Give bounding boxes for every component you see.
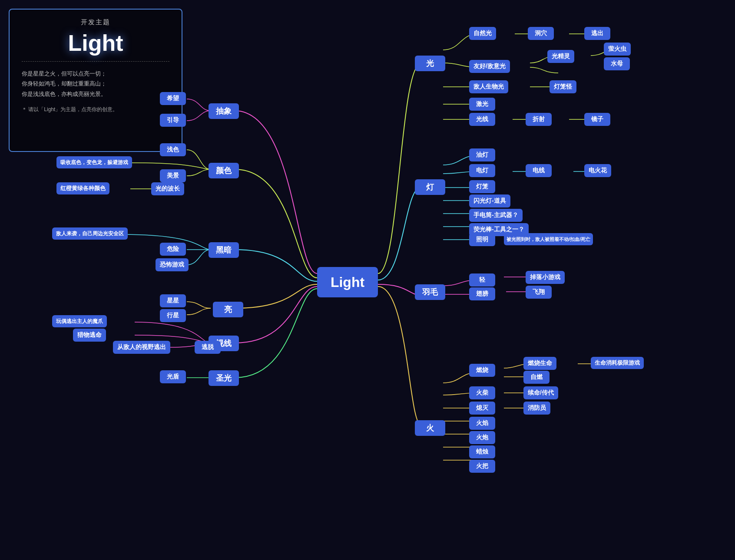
node-hongcheng[interactable]: 红橙黄绿各种颜色 [56,182,109,194]
node-xiwang[interactable]: 希望 [160,92,186,105]
node-guangdebochang[interactable]: 光的波长 [151,182,184,195]
node-youhao[interactable]: 友好/敌意光 [469,60,510,73]
node-chipeng[interactable]: 翅膀 [469,287,495,300]
node-shenmingjihao[interactable]: 生命消耗极限游戏 [591,357,644,369]
node-ziranguang[interactable]: 自然光 [469,27,496,40]
node-yumao[interactable]: 羽毛 [415,284,445,300]
node-xingxing[interactable]: 星星 [160,294,186,307]
node-huoyan[interactable]: 火焰 [469,417,495,430]
node-taochū[interactable]: 逃出 [584,27,610,40]
node-yanse[interactable]: 颜色 [209,163,239,178]
node-diaolouxiaoyouxi[interactable]: 掉落小游戏 [526,271,565,284]
node-center[interactable]: Light [317,267,378,297]
node-shanguangdeng[interactable]: 闪光灯-道具 [469,194,510,208]
node-liewutaoming[interactable]: 猎物逃命 [73,329,106,342]
node-qing[interactable]: 轻 [469,273,495,287]
node-guang[interactable]: 光 [415,56,445,71]
node-lazhu[interactable]: 蜡烛 [469,445,495,458]
node-yinghuochong[interactable]: 萤火虫 [604,43,631,56]
node-diandeng[interactable]: 电灯 [469,164,495,177]
node-huoba[interactable]: 火把 [469,460,495,473]
node-shoudiantong[interactable]: 手电筒-主武器？ [469,209,523,222]
node-denglongguai[interactable]: 灯笼怪 [550,80,576,93]
node-jingzi[interactable]: 镜子 [584,113,610,126]
node-ranshao[interactable]: 燃烧 [469,364,495,377]
node-chouxiang[interactable]: 抽象 [209,103,239,119]
node-feixiang[interactable]: 飞翔 [526,286,552,299]
node-direnlaixi[interactable]: 敌人来袭，自己周边光安全区 [52,227,128,240]
node-zhaoming[interactable]: 照明 [469,233,495,246]
node-guangjingling[interactable]: 光精灵 [547,50,574,63]
node-direnshengwuguang[interactable]: 敌人生物光 [469,80,508,93]
node-xisoudi[interactable]: 吸收底色，变色龙，躲避游戏 [56,156,132,168]
node-taotuo[interactable]: 逃脱 [195,341,221,354]
node-dongxue[interactable]: 洞穴 [528,27,554,40]
node-dianxian[interactable]: 电线 [526,164,552,177]
node-deng[interactable]: 灯 [415,179,445,195]
node-congdirenyeshiye[interactable]: 从敌人的视野逃出 [113,341,170,354]
node-yindao[interactable]: 引导 [160,114,186,127]
node-guangdun[interactable]: 光盾 [160,370,186,383]
node-qianse[interactable]: 浅色 [160,143,186,156]
node-denglongdeng[interactable]: 灯笼 [469,180,495,193]
node-heian[interactable]: 黑暗 [209,242,239,258]
node-wanouetao[interactable]: 玩偶逃出主人的魔爪 [52,315,107,327]
node-jiguang[interactable]: 激光 [469,98,495,111]
node-guangxian[interactable]: 光线 [469,113,495,126]
node-beiguangzhaodao[interactable]: 被光照到时，敌人被照着不动/扣血/死亡 [504,233,593,245]
mindmap-container: Light 光 自然光 洞穴 逃出 友好/敌意光 光精灵 萤火虫 水母 敌人生物… [0,0,735,560]
node-xingqiu[interactable]: 行星 [160,309,186,322]
node-xuming[interactable]: 续命/传代 [523,386,558,399]
node-ranshaoshenming[interactable]: 燃烧生命 [523,357,556,370]
node-huopao[interactable]: 火炮 [469,431,495,444]
node-liang[interactable]: 亮 [213,302,243,317]
node-huo[interactable]: 火 [415,420,445,436]
node-huochai[interactable]: 火柴 [469,386,495,399]
node-kongbuyouxi[interactable]: 恐怖游戏 [156,258,189,271]
node-meijing[interactable]: 美景 [160,169,186,182]
node-xiaofangyuan[interactable]: 消防员 [523,402,550,415]
node-dianhh[interactable]: 电火花 [584,164,611,177]
node-youdeng[interactable]: 油灯 [469,148,495,161]
node-shengguang[interactable]: 圣光 [209,370,239,386]
node-ximie[interactable]: 熄灭 [469,402,495,415]
node-ziranshao[interactable]: 自燃 [523,371,550,384]
node-weixian[interactable]: 危险 [160,243,186,256]
node-zheshe[interactable]: 折射 [526,113,552,126]
node-shuimu[interactable]: 水母 [604,57,630,70]
